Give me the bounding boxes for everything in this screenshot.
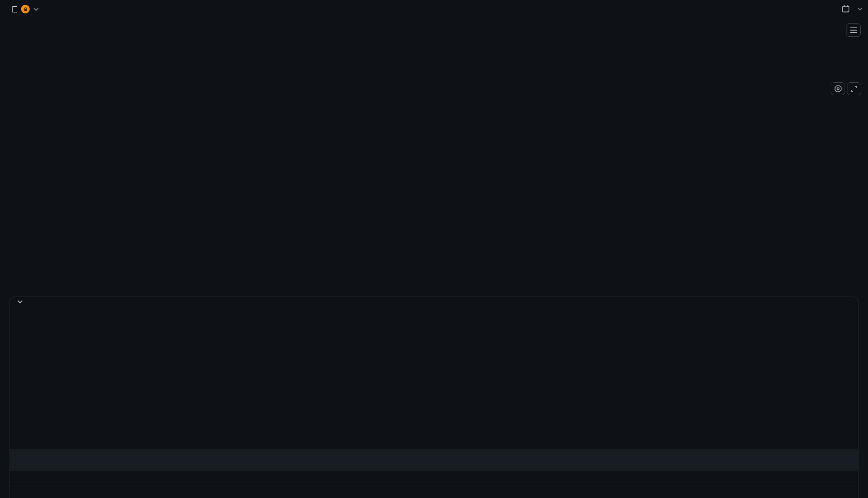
strategy-tester-panel (0, 0, 868, 498)
performance-section-toggle[interactable] (17, 300, 28, 304)
returns-section-header[interactable] (10, 449, 858, 471)
profit-structure-plot[interactable] (10, 335, 430, 428)
chevron-down-icon (17, 300, 23, 304)
benchmarking-plot[interactable] (441, 335, 824, 428)
returns-header-divider (10, 483, 858, 483)
equity-chart-plot[interactable] (0, 0, 868, 277)
